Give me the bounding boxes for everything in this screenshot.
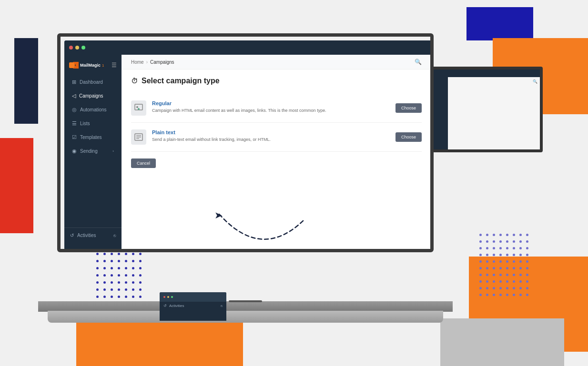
- second-search: 🔍: [450, 79, 537, 84]
- activities-icon: ↺: [70, 233, 74, 238]
- mini-activities-label: Activities: [169, 304, 184, 308]
- plain-text-campaign-icon: [131, 129, 146, 145]
- page-title: ⏱ Select campaign type: [131, 77, 422, 85]
- page-title-text: Select campaign type: [142, 77, 220, 85]
- sidebar-nav: ⊞ Dashboard ◁ Campaigns ◎ Automations: [64, 76, 122, 228]
- mini-window-body: ↺ Activities ⎋: [160, 302, 226, 321]
- mini-floating-window: ↺ Activities ⎋: [160, 292, 226, 321]
- sidebar-item-templates-label: Templates: [80, 135, 102, 140]
- logo-version: 1: [102, 63, 104, 68]
- sidebar-bottom: ↺ Activities ⎋: [64, 228, 122, 243]
- mini-activities-ext: ⎋: [221, 304, 223, 307]
- laptop-foot: [48, 311, 443, 323]
- laptop-base: [38, 301, 453, 312]
- topbar-dot-yellow: [75, 46, 79, 49]
- mini-activities-row: ↺ Activities ⎋: [160, 302, 226, 310]
- mini-dot-yellow: [167, 296, 169, 298]
- svg-point-4: [138, 109, 140, 110]
- breadcrumb-bar: Home › Campaigns 🔍: [122, 55, 431, 69]
- campaign-card-plain-text: Plain text Send a plain-text email witho…: [131, 123, 422, 152]
- sidebar-item-sending-label: Sending: [80, 148, 98, 154]
- sidebar-activities[interactable]: ↺ Activities ⎋: [70, 233, 116, 238]
- mini-activities-icon: ↺: [163, 304, 167, 308]
- sidebar-item-lists[interactable]: ☰ Lists: [66, 117, 120, 130]
- sending-icon: ◉: [72, 148, 77, 154]
- sending-chevron: ›: [112, 149, 114, 153]
- activities-label: Activities: [77, 233, 96, 238]
- plain-text-choose-button[interactable]: Choose: [395, 132, 422, 142]
- sidebar-item-lists-label: Lists: [80, 121, 90, 126]
- breadcrumb-separator: ›: [146, 59, 148, 65]
- regular-choose-button[interactable]: Choose: [395, 103, 422, 113]
- app-topbar: [64, 40, 431, 55]
- sidebar-item-dashboard[interactable]: ⊞ Dashboard: [66, 76, 120, 89]
- laptop-notch: [229, 300, 262, 302]
- sidebar-item-automations-label: Automations: [80, 107, 107, 112]
- bg-gray-bottom-right: [440, 318, 564, 366]
- dashed-arc: [191, 205, 334, 262]
- sidebar-item-dashboard-label: Dashboard: [80, 79, 103, 85]
- svg-point-3: [136, 106, 138, 108]
- bg-red-left: [0, 138, 33, 233]
- hamburger-icon[interactable]: ☰: [112, 62, 117, 69]
- regular-campaign-icon: [131, 100, 146, 116]
- regular-campaign-body: Regular Campaign with HTML email content…: [152, 100, 390, 114]
- plain-text-campaign-body: Plain text Send a plain-text email witho…: [152, 129, 390, 143]
- lists-icon: ☰: [72, 120, 77, 127]
- breadcrumb: Home › Campaigns: [131, 59, 174, 65]
- sidebar-item-campaigns[interactable]: ◁ Campaigns: [66, 89, 120, 102]
- mini-window-bar: [160, 292, 226, 302]
- second-main: 🔍: [448, 77, 540, 149]
- sidebar-item-automations[interactable]: ◎ Automations: [66, 103, 120, 116]
- breadcrumb-current: Campaigns: [150, 59, 174, 65]
- sidebar-item-campaigns-label: Campaigns: [79, 93, 103, 99]
- plain-text-campaign-desc: Send a plain-text email without link tra…: [152, 137, 390, 143]
- activities-external-icon: ⎋: [113, 233, 116, 238]
- logo-icon: [69, 62, 79, 69]
- campaigns-icon: ◁: [72, 93, 76, 99]
- cursor-arrow: ➤: [214, 209, 223, 221]
- dots-bottom-right: [478, 233, 540, 309]
- breadcrumb-home[interactable]: Home: [131, 59, 144, 65]
- laptop-wrapper: MailMagic 1 ☰ ⊞ Dashboard ◁ Campaigns: [38, 14, 453, 357]
- page-title-icon: ⏱: [131, 77, 138, 85]
- topbar-dot-red: [69, 46, 73, 49]
- regular-campaign-desc: Campaign with HTML email content as well…: [152, 108, 390, 114]
- cancel-button[interactable]: Cancel: [131, 158, 156, 168]
- templates-icon: ☑: [72, 134, 77, 140]
- sidebar-item-sending[interactable]: ◉ Sending ›: [66, 145, 120, 158]
- bg-blue-rect: [466, 7, 533, 40]
- sidebar-logo: MailMagic 1 ☰: [64, 62, 122, 76]
- automations-icon: ◎: [72, 107, 77, 113]
- mini-dot-green: [171, 296, 173, 298]
- topbar-dot-green: [81, 46, 85, 49]
- search-icon[interactable]: 🔍: [415, 59, 422, 65]
- dashboard-icon: ⊞: [72, 79, 76, 85]
- mini-dot-red: [163, 296, 165, 298]
- campaign-card-regular: Regular Campaign with HTML email content…: [131, 94, 422, 123]
- regular-campaign-title: Regular: [152, 100, 390, 106]
- plain-text-campaign-title: Plain text: [152, 129, 390, 135]
- logo-text: MailMagic: [80, 63, 101, 68]
- bg-navy-left: [14, 38, 38, 124]
- sidebar-item-templates[interactable]: ☑ Templates: [66, 131, 120, 144]
- svg-rect-0: [69, 62, 75, 68]
- second-search-icon: 🔍: [533, 79, 537, 84]
- sidebar: MailMagic 1 ☰ ⊞ Dashboard ◁ Campaigns: [64, 55, 122, 250]
